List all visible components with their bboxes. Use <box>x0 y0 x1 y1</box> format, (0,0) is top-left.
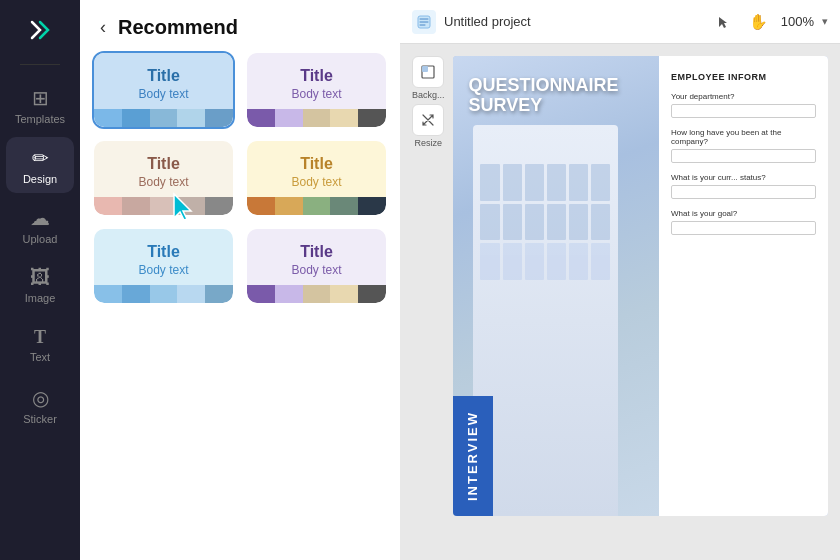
question-input-3[interactable] <box>671 185 816 199</box>
zoom-chevron-icon[interactable]: ▾ <box>822 15 828 28</box>
cursor-tool-button[interactable] <box>709 8 737 36</box>
card-colors-3 <box>94 197 233 215</box>
panel-back-button[interactable]: ‹ <box>96 17 110 38</box>
upload-icon: ☁ <box>30 206 50 230</box>
question-input-2[interactable] <box>671 149 816 163</box>
sticker-icon: ◎ <box>32 386 49 410</box>
card-colors-4 <box>247 197 386 215</box>
document-right-panel: EMPLOYEE INFORM Your department? How lon… <box>659 56 828 516</box>
document-left-panel: QUESTIONNAIRESURVEY INTERVIEW <box>453 56 660 516</box>
doc-question-3: What is your curr... status? <box>671 173 816 199</box>
sidebar-item-upload[interactable]: ☁ Upload <box>6 197 74 253</box>
sidebar-item-sticker[interactable]: ◎ Sticker <box>6 377 74 433</box>
card-title-6: Title <box>300 243 333 261</box>
card-title-2: Title <box>300 67 333 85</box>
template-card-1[interactable]: Title Body text <box>92 51 235 129</box>
card-colors-5 <box>94 285 233 303</box>
design-panel: ‹ Recommend Title Body text <box>80 0 400 560</box>
svg-rect-2 <box>422 66 428 72</box>
templates-icon: ⊞ <box>32 86 49 110</box>
color-swatch <box>358 197 386 215</box>
color-swatch <box>275 109 303 127</box>
color-swatch <box>150 109 178 127</box>
interview-bar: INTERVIEW <box>453 396 493 516</box>
question-label-1: Your department? <box>671 92 816 101</box>
color-swatch <box>275 285 303 303</box>
card-top-4: Title Body text <box>247 141 386 197</box>
text-icon: T <box>34 327 46 348</box>
color-swatch <box>205 285 233 303</box>
interview-label: INTERVIEW <box>465 411 480 501</box>
color-swatch <box>247 197 275 215</box>
color-swatch <box>358 109 386 127</box>
sidebar-item-text[interactable]: T Text <box>6 317 74 373</box>
color-swatch <box>275 197 303 215</box>
sidebar: ⊞ Templates ✏ Design ☁ Upload 🖼 Image T … <box>0 0 80 560</box>
sidebar-item-templates-label: Templates <box>15 113 65 125</box>
resize-tool[interactable]: Resize <box>412 104 445 148</box>
canvas-topbar: Untitled project ✋ 100% ▾ <box>400 0 840 44</box>
sidebar-item-text-label: Text <box>30 351 50 363</box>
background-tool-btn[interactable] <box>412 56 444 88</box>
canvas-document: QUESTIONNAIRESURVEY INTERVIEW EMPLOYEE I… <box>453 56 828 516</box>
card-body-6: Body text <box>291 263 341 277</box>
color-swatch <box>150 197 178 215</box>
sidebar-item-design-label: Design <box>23 173 57 185</box>
card-top-6: Title Body text <box>247 229 386 285</box>
project-name: Untitled project <box>444 14 701 29</box>
sidebar-item-image-label: Image <box>25 292 56 304</box>
card-top-3: Title Body text <box>94 141 233 197</box>
template-card-5[interactable]: Title Body text <box>92 227 235 305</box>
topbar-actions: ✋ 100% ▾ <box>709 8 828 36</box>
template-card-2[interactable]: Title Body text <box>245 51 388 129</box>
color-swatch <box>177 109 205 127</box>
background-tool[interactable]: Backg... <box>412 56 445 100</box>
color-swatch <box>94 197 122 215</box>
color-swatch <box>177 197 205 215</box>
card-colors-1 <box>94 109 233 127</box>
color-swatch <box>122 197 150 215</box>
card-title-4: Title <box>300 155 333 173</box>
color-swatch <box>205 109 233 127</box>
color-swatch <box>94 285 122 303</box>
zoom-level: 100% <box>781 14 814 29</box>
template-card-3[interactable]: Title Body text <box>92 139 235 217</box>
question-label-2: How long have you been at the company? <box>671 128 816 146</box>
color-swatch <box>330 285 358 303</box>
color-swatch <box>330 109 358 127</box>
color-swatch <box>303 109 331 127</box>
card-top-2: Title Body text <box>247 53 386 109</box>
sidebar-item-design[interactable]: ✏ Design <box>6 137 74 193</box>
card-body-3: Body text <box>138 175 188 189</box>
color-swatch <box>303 197 331 215</box>
sidebar-item-templates[interactable]: ⊞ Templates <box>6 77 74 133</box>
card-title-5: Title <box>147 243 180 261</box>
resize-tool-btn[interactable] <box>412 104 444 136</box>
question-input-4[interactable] <box>671 221 816 235</box>
design-icon: ✏ <box>32 146 49 170</box>
card-title-1: Title <box>147 67 180 85</box>
card-top-5: Title Body text <box>94 229 233 285</box>
color-swatch <box>150 285 178 303</box>
panel-header: ‹ Recommend <box>80 0 400 51</box>
hand-tool-button[interactable]: ✋ <box>745 8 773 36</box>
canvas-tools-sidebar: Backg... Resize <box>412 56 445 148</box>
color-swatch <box>122 285 150 303</box>
sidebar-item-upload-label: Upload <box>23 233 58 245</box>
card-body-5: Body text <box>138 263 188 277</box>
color-swatch <box>177 285 205 303</box>
image-icon: 🖼 <box>30 266 50 289</box>
doc-question-2: How long have you been at the company? <box>671 128 816 163</box>
doc-question-4: What is your goal? <box>671 209 816 235</box>
app-logo <box>22 12 58 48</box>
color-swatch <box>94 109 122 127</box>
templates-grid: Title Body text Title Body text <box>92 51 388 305</box>
color-swatch <box>247 285 275 303</box>
template-card-4[interactable]: Title Body text <box>245 139 388 217</box>
sidebar-item-sticker-label: Sticker <box>23 413 57 425</box>
question-input-1[interactable] <box>671 104 816 118</box>
template-card-6[interactable]: Title Body text <box>245 227 388 305</box>
sidebar-item-image[interactable]: 🖼 Image <box>6 257 74 313</box>
question-label-4: What is your goal? <box>671 209 816 218</box>
panel-content: Title Body text Title Body text <box>80 51 400 560</box>
